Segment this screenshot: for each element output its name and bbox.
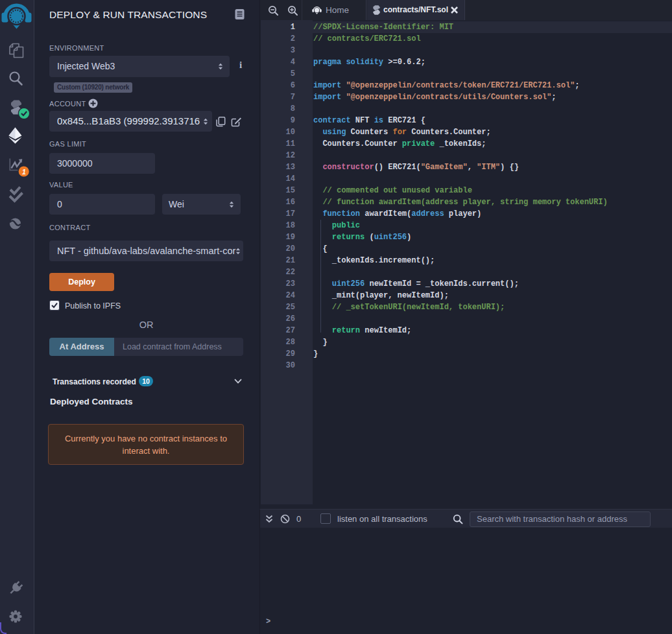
svg-text:1: 1 — [22, 168, 26, 176]
